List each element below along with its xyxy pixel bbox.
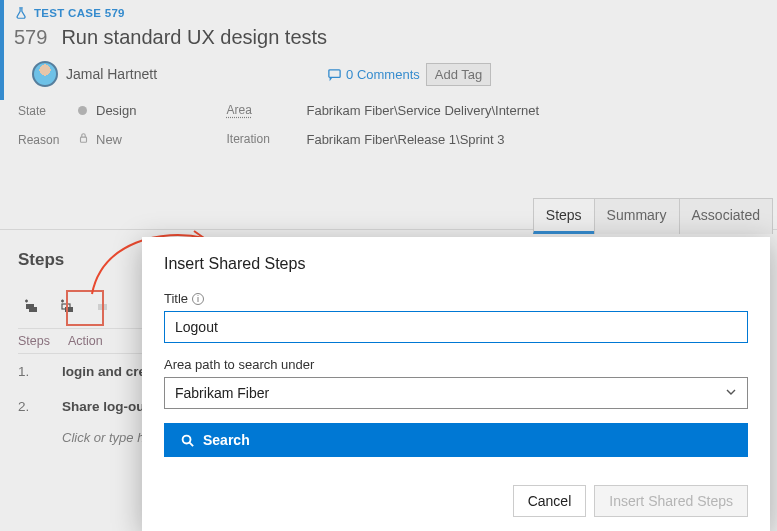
area-label: Area bbox=[226, 103, 306, 118]
tab-steps[interactable]: Steps bbox=[533, 198, 595, 234]
add-step-icon bbox=[23, 299, 39, 313]
workitem-title[interactable]: Run standard UX design tests bbox=[61, 26, 327, 49]
comments-link[interactable]: 0 Comments bbox=[327, 67, 420, 82]
area-value[interactable]: Fabrikam Fiber\Service Delivery\Internet bbox=[306, 103, 539, 118]
breadcrumb-label: TEST CASE 579 bbox=[34, 7, 125, 19]
assignee-name[interactable]: Jamal Hartnett bbox=[66, 66, 157, 82]
cancel-button[interactable]: Cancel bbox=[513, 485, 587, 517]
breadcrumb[interactable]: TEST CASE 579 bbox=[14, 6, 777, 20]
iteration-value[interactable]: Fabrikam Fiber\Release 1\Sprint 3 bbox=[306, 132, 539, 147]
col-action: Action bbox=[68, 334, 103, 348]
title-field-label: Title i bbox=[164, 291, 748, 306]
insert-shared-steps-submit-button: Insert Shared Steps bbox=[594, 485, 748, 517]
area-path-value: Fabrikam Fiber bbox=[175, 385, 269, 401]
comments-label: 0 Comments bbox=[346, 67, 420, 82]
state-value[interactable]: Design bbox=[96, 103, 136, 118]
iteration-label: Iteration bbox=[226, 132, 306, 147]
state-label: State bbox=[18, 104, 78, 118]
search-button-label: Search bbox=[203, 432, 250, 448]
tab-associated[interactable]: Associated bbox=[679, 198, 773, 234]
lock-icon bbox=[78, 132, 96, 147]
accent-bar bbox=[0, 0, 4, 100]
step-number: 2. bbox=[18, 399, 44, 414]
svg-rect-0 bbox=[329, 69, 340, 77]
svg-point-7 bbox=[183, 435, 191, 443]
area-path-select[interactable]: Fabrikam Fiber bbox=[164, 377, 748, 409]
area-path-label: Area path to search under bbox=[164, 357, 748, 372]
title-input[interactable] bbox=[164, 311, 748, 343]
svg-rect-1 bbox=[81, 137, 87, 142]
svg-rect-3 bbox=[26, 304, 34, 309]
col-steps: Steps bbox=[18, 334, 54, 348]
reason-value[interactable]: New bbox=[96, 132, 136, 147]
highlight-box bbox=[66, 290, 104, 326]
comment-icon bbox=[327, 67, 342, 82]
avatar[interactable] bbox=[32, 61, 58, 87]
workitem-id: 579 bbox=[14, 26, 47, 49]
tab-bar: Steps Summary Associated bbox=[534, 198, 773, 234]
reason-label: Reason bbox=[18, 133, 78, 147]
chevron-down-icon bbox=[725, 386, 737, 401]
step-number: 1. bbox=[18, 364, 44, 379]
add-tag-button[interactable]: Add Tag bbox=[426, 63, 491, 86]
tab-summary[interactable]: Summary bbox=[594, 198, 680, 234]
search-button[interactable]: Search bbox=[164, 423, 748, 457]
dialog-title: Insert Shared Steps bbox=[164, 255, 748, 273]
insert-shared-steps-dialog: Insert Shared Steps Title i Area path to… bbox=[142, 237, 770, 531]
search-icon bbox=[180, 433, 195, 448]
add-step-button[interactable] bbox=[18, 294, 44, 318]
info-icon[interactable]: i bbox=[192, 293, 204, 305]
state-dot-icon bbox=[78, 106, 87, 115]
flask-icon bbox=[14, 6, 28, 20]
